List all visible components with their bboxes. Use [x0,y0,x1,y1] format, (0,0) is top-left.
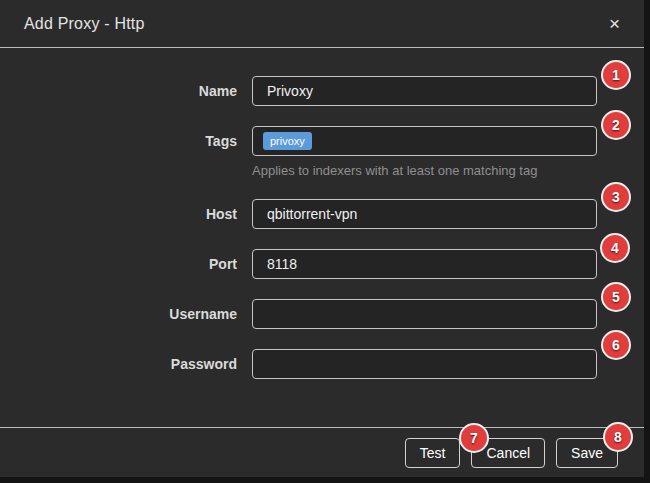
name-label: Name [0,76,252,106]
add-proxy-modal: Add Proxy - Http × Name Tags privoxy App… [0,0,644,477]
tag-chip-privoxy: privoxy [263,132,312,150]
form-row-port: Port [0,249,644,279]
form-row-tags: Tags privoxy Applies to indexers with at… [0,126,644,178]
port-label: Port [0,249,252,279]
test-button[interactable]: Test [405,438,461,468]
page-background: Add Proxy - Http × Name Tags privoxy App… [0,0,650,483]
annotation-badge-8: 8 [603,422,633,452]
annotation-badge-3: 3 [601,182,631,212]
annotation-badge-4: 4 [600,233,630,263]
close-icon[interactable]: × [605,12,624,35]
modal-header: Add Proxy - Http × [0,0,644,48]
tags-helper-text: Applies to indexers with at least one ma… [252,163,597,178]
modal-body: Name Tags privoxy Applies to indexers wi… [0,48,644,427]
annotation-badge-5: 5 [601,282,631,312]
password-label: Password [0,349,252,379]
host-input[interactable] [252,199,597,229]
password-input[interactable] [252,349,597,379]
annotation-badge-1: 1 [601,60,631,90]
tags-input[interactable]: privoxy [252,126,597,156]
annotation-badge-2: 2 [601,110,631,140]
form-row-password: Password [0,349,644,379]
port-input[interactable] [252,249,597,279]
form-row-username: Username [0,299,644,329]
name-input[interactable] [252,76,597,106]
annotation-badge-7: 7 [459,423,489,453]
username-input[interactable] [252,299,597,329]
tags-label: Tags [0,126,252,156]
modal-footer: Test Cancel Save [0,427,644,477]
form-row-name: Name [0,76,644,106]
modal-title: Add Proxy - Http [24,15,145,33]
form-row-host: Host [0,199,644,229]
username-label: Username [0,299,252,329]
host-label: Host [0,199,252,229]
annotation-badge-6: 6 [601,330,631,360]
